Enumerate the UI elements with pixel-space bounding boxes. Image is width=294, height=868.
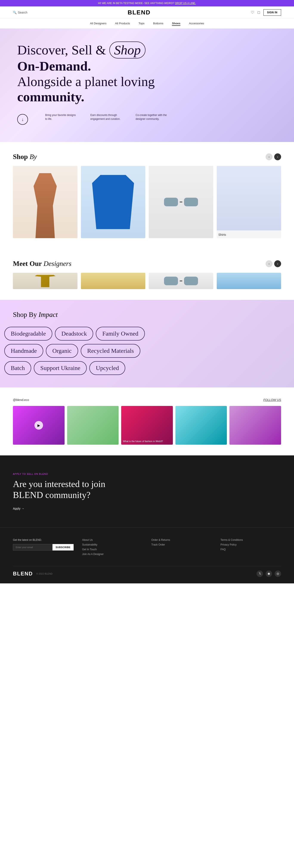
dabrach-glasses (164, 277, 198, 285)
designers-prev-button[interactable]: ‹ (266, 260, 272, 267)
designers-next-button[interactable]: › (274, 260, 281, 267)
footer-link-sustainability[interactable]: Sustainability (82, 543, 143, 546)
search-container[interactable]: 🔍 Search (13, 11, 27, 14)
product-card-swimwear[interactable]: Swimwear (13, 166, 78, 238)
nav-item-accessories[interactable]: Accessories (189, 21, 204, 26)
footer-link-order-returns[interactable]: Order & Returns (151, 538, 212, 541)
impact-pill-biodegradable[interactable]: Biodegradable (4, 327, 52, 341)
impact-pills-row-2: Handmade Organic Recycled Materials (0, 342, 294, 360)
shop-by-grid: Swimwear Tops Jewellery Shirts (13, 166, 281, 238)
nav-item-all-products[interactable]: All Products (115, 21, 130, 26)
footer-link-privacy[interactable]: Privacy Policy (220, 543, 281, 546)
designer-card-les[interactable]: Les... (217, 273, 281, 289)
designers-nav-arrows: ‹ › (266, 260, 281, 267)
social-post-2[interactable] (67, 406, 119, 445)
impact-pill-upcycled[interactable]: Upcycled (89, 361, 125, 375)
impact-pill-batch[interactable]: Batch (4, 361, 31, 375)
impact-pill-family[interactable]: Family Owned (96, 327, 145, 341)
glasses-shape (164, 198, 198, 206)
social-post-3[interactable]: What is the future of fashion in Web3? (121, 406, 173, 445)
shop-by-title: Shop By (13, 153, 37, 161)
product-card-tops[interactable]: Tops (81, 166, 146, 238)
hero-title: Discover, Sell & Shop On-Demand. Alongsi… (17, 41, 168, 104)
swimwear-figure (26, 173, 65, 238)
sign-in-button[interactable]: SIGN IN (263, 9, 281, 16)
tops-garment (92, 175, 134, 229)
footer-instagram-icon[interactable]: ◉ (266, 570, 272, 577)
play-button[interactable]: ▶ (34, 421, 43, 430)
impact-pill-recycled[interactable]: Recycled Materials (81, 344, 140, 358)
nav-item-tops[interactable]: Tops (139, 21, 144, 26)
designer-card-khela[interactable]: Khéla the Label (81, 273, 146, 289)
footer: Get the latest on BLEND. SUBSCRIBE About… (0, 527, 294, 583)
impact-pill-deadstock[interactable]: Deadstock (55, 327, 93, 341)
product-card-jewellery[interactable]: Jewellery (149, 166, 213, 238)
footer-link-contact[interactable]: Get In Touch (82, 548, 143, 551)
dabrach-lens-right (184, 277, 198, 285)
hero-shop-pill: Shop (109, 41, 146, 59)
impact-pill-organic[interactable]: Organic (46, 344, 78, 358)
social-post-1[interactable]: ▶ (13, 406, 65, 445)
footer-links-col2: Order & Returns Track Order (151, 538, 212, 557)
designer-image-knit105 (13, 273, 78, 289)
product-card-shirts[interactable]: Shirts (217, 166, 281, 238)
designer-image-les (217, 273, 281, 289)
scroll-arrow[interactable]: ↓ (17, 114, 28, 125)
nav-item-shoes[interactable]: Shoes (172, 21, 180, 26)
impact-section: Shop By Impact Biodegradable Deadstock F… (0, 300, 294, 388)
shop-by-next-button[interactable]: › (274, 153, 281, 160)
footer-link-faq[interactable]: FAQ (220, 548, 281, 551)
social-post-3-text: What is the future of fashion in Web3? (123, 440, 171, 443)
follow-us-link[interactable]: FOLLOW US (263, 398, 281, 402)
shop-by-title-italic: By (29, 153, 37, 160)
cart-icon[interactable]: □ (258, 10, 260, 15)
impact-pill-ukraine[interactable]: Support Ukraine (34, 361, 87, 375)
designer-card-dabrach[interactable]: Dabrach (149, 273, 213, 289)
social-post-5[interactable] (229, 406, 281, 445)
hero-community: community. (17, 90, 84, 104)
social-grid: ▶ What is the future of fashion in Web3? (13, 406, 281, 445)
hero-on-demand: On-Demand. (17, 59, 91, 73)
footer-link-about[interactable]: About Us (82, 538, 143, 541)
designers-text: Designers (43, 260, 71, 268)
shop-by-prev-button[interactable]: ‹ (266, 153, 272, 160)
nav-item-bottoms[interactable]: Bottoms (153, 21, 164, 26)
hero-feature-2: Earn discounts through engagement and cu… (90, 113, 123, 121)
shop-by-section: Shop By ‹ › Swimwear Tops (0, 142, 294, 249)
impact-title-italic: Impact (38, 311, 58, 318)
wishlist-icon[interactable]: ♡ (251, 10, 254, 15)
cta-section: APPLY TO SELL ON BLEND Are you intereste… (0, 456, 294, 527)
impact-pills-row-3: Batch Support Ukraine Upcycled (0, 360, 294, 377)
footer-logo-group: BLEND © 2022 BLEND (13, 571, 53, 577)
footer-link-track-order[interactable]: Track Order (151, 543, 212, 546)
meet-designers-section: Meet Our Designers ‹ › Knit105 Khéla the… (0, 249, 294, 300)
cta-apply-link[interactable]: Apply → (13, 507, 281, 510)
hero-tagline: Alongside a planet loving (17, 74, 155, 89)
footer-tiktok-icon[interactable]: ◎ (275, 570, 281, 577)
designer-card-knit105[interactable]: Knit105 (13, 273, 78, 289)
subscribe-button[interactable]: SUBSCRIBE (53, 544, 74, 551)
footer-link-join-designer[interactable]: Join As A Designer (82, 553, 143, 556)
footer-link-terms[interactable]: Terms & Conditions (220, 538, 281, 541)
nav-item-all-designers[interactable]: All Designers (90, 21, 107, 26)
footer-copyright: © 2022 BLEND (36, 572, 53, 575)
header-actions: ♡ □ SIGN IN (251, 9, 281, 16)
glass-lens-left (164, 198, 178, 206)
product-label-shirts: Shirts (217, 230, 281, 238)
dabrach-lens-left (164, 277, 178, 285)
footer-links-col1: About Us Sustainability Get In Touch Joi… (82, 538, 143, 557)
newsletter-input[interactable] (13, 544, 53, 551)
hero-feature-1: Bring your favorite designs to life. (45, 113, 78, 121)
banner-link[interactable]: DROP US A LINE. (175, 2, 196, 5)
impact-pill-handmade[interactable]: Handmade (4, 344, 43, 358)
footer-social-icons: 𝕏 ◉ ◎ (257, 570, 281, 577)
search-label: Search (18, 11, 27, 14)
footer-newsletter: Get the latest on BLEND. SUBSCRIBE (13, 538, 74, 557)
cta-title: Are you interested to join BLEND communi… (13, 478, 120, 500)
footer-twitter-icon[interactable]: 𝕏 (257, 570, 263, 577)
shop-by-header: Shop By ‹ › (13, 153, 281, 161)
social-section: @blend.eco FOLLOW US ▶ What is the futur… (0, 388, 294, 456)
logo[interactable]: BLEND (128, 9, 150, 16)
social-post-4[interactable] (175, 406, 227, 445)
product-image-tops (81, 166, 146, 238)
